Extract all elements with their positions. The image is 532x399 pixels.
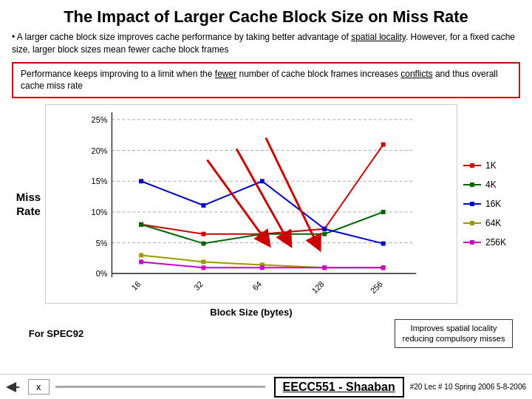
svg-rect-34: [139, 253, 143, 258]
svg-rect-33: [381, 242, 386, 246]
svg-text:256: 256: [369, 279, 384, 295]
svg-rect-30: [202, 203, 206, 208]
legend-label-64k: 64K: [485, 218, 501, 228]
svg-text:0%: 0%: [96, 269, 108, 278]
svg-rect-50: [470, 183, 474, 187]
footer-slide-info: #20 Lec # 10 Spring 2006 5-8-2006: [410, 383, 532, 391]
page-title: The Impact of Larger Cache Block Size on…: [12, 7, 520, 27]
legend-label-4k: 4K: [485, 180, 497, 190]
subtitle-text: • A larger cache block size improves cac…: [12, 31, 520, 56]
svg-rect-54: [470, 221, 474, 225]
svg-text:64: 64: [250, 279, 263, 292]
chart-wrapper: Miss Rate 25%: [12, 104, 520, 318]
footer-x-button[interactable]: x: [28, 379, 50, 395]
legend-label-16k: 16K: [485, 199, 501, 209]
legend-item-1k: 1K: [463, 160, 520, 171]
callout-box: Performance keeps improving to a limit w…: [12, 62, 520, 99]
footer-title: EECC551 - Shaaban: [274, 377, 404, 398]
footer-arrow-left[interactable]: [0, 382, 25, 392]
chart-legend: 1K 4K 16K: [457, 104, 520, 304]
svg-rect-52: [470, 202, 474, 206]
spec-label: For SPEC92: [19, 328, 93, 339]
svg-rect-56: [470, 240, 474, 245]
slide: The Impact of Larger Cache Block Size on…: [0, 0, 532, 399]
svg-text:10%: 10%: [92, 208, 108, 216]
footer-right: EECC551 - Shaaban: [268, 377, 410, 398]
svg-rect-24: [139, 222, 143, 227]
svg-rect-29: [139, 179, 143, 183]
chart-row: Miss Rate 25%: [12, 104, 520, 304]
svg-text:25%: 25%: [92, 115, 108, 124]
svg-rect-31: [260, 179, 265, 183]
legend-item-4k: 4K: [463, 180, 520, 190]
legend-label-256k: 256K: [485, 237, 506, 248]
svg-text:16: 16: [129, 279, 142, 292]
svg-text:128: 128: [310, 279, 325, 295]
svg-rect-27: [322, 232, 327, 236]
svg-text:5%: 5%: [96, 239, 108, 248]
svg-rect-48: [470, 163, 474, 168]
legend-item-16k: 16K: [463, 199, 520, 209]
svg-rect-39: [139, 260, 143, 265]
chart-svg: 25% 20% 15% 10% 5% 0% 16 32 64 128 256: [46, 105, 457, 303]
legend-item-64k: 64K: [463, 218, 520, 228]
legend-label-1k: 1K: [485, 160, 497, 171]
svg-rect-41: [260, 266, 265, 270]
svg-rect-42: [322, 266, 327, 270]
chart-container: 25% 20% 15% 10% 5% 0% 16 32 64 128 256: [45, 104, 457, 304]
svg-rect-20: [202, 232, 206, 236]
svg-rect-25: [202, 242, 206, 246]
svg-rect-32: [322, 227, 327, 231]
svg-rect-35: [202, 260, 206, 265]
svg-rect-23: [381, 143, 386, 147]
svg-text:15%: 15%: [92, 177, 108, 185]
footer-bar: x EECC551 - Shaaban #20 Lec # 10 Spring …: [0, 374, 532, 399]
legend-item-256k: 256K: [463, 237, 520, 248]
svg-text:20%: 20%: [92, 146, 108, 155]
svg-rect-40: [202, 266, 206, 270]
y-axis-label: Miss Rate: [12, 104, 45, 304]
footer-progress-bar: [55, 386, 265, 388]
svg-text:32: 32: [192, 279, 205, 292]
x-axis-label: Block Size (bytes): [45, 307, 457, 318]
svg-line-45: [266, 138, 317, 245]
spatial-note: Improves spatial locality reducing compu…: [395, 319, 513, 348]
svg-marker-57: [6, 382, 16, 392]
svg-rect-43: [381, 266, 386, 270]
svg-rect-28: [381, 210, 386, 214]
